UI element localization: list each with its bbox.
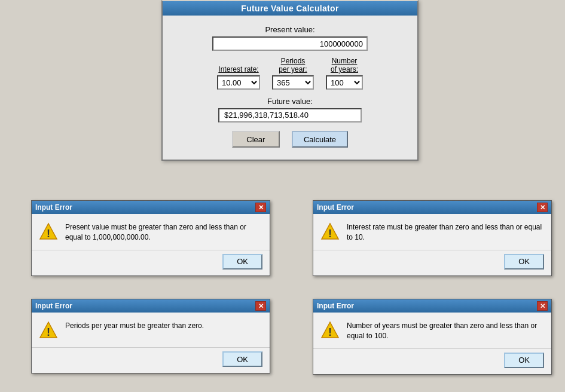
error-dialog-1-ok[interactable]: OK (222, 254, 262, 270)
future-value-display: $21,996,318,713,518.40 (218, 108, 362, 122)
warning-icon-4: ! (320, 321, 340, 340)
error-dialog-2-ok[interactable]: OK (504, 254, 544, 270)
clear-button[interactable]: Clear (232, 131, 280, 148)
future-value-section: Future value: $21,996,318,713,518.40 (177, 97, 403, 122)
rate-periods-years-row: Interest rate: 10.00 5.00 1.00 Periodspe… (177, 57, 403, 90)
error-dialog-4: Input Error ✕ ! Number of years must be … (313, 299, 552, 375)
error-dialog-1: Input Error ✕ ! Present value must be gr… (31, 200, 270, 276)
number-of-years-select[interactable]: 100 50 25 10 (326, 75, 363, 90)
periods-per-year-label: Periodsper year: (272, 57, 314, 74)
error-dialog-4-titlebar: Input Error ✕ (313, 299, 551, 313)
error-dialog-1-footer: OK (32, 250, 270, 275)
error-dialog-2-message: Interest rate must be greater than zero … (347, 222, 544, 243)
main-calculator-window: Future Value Calculator Present value: I… (161, 0, 419, 161)
number-of-years-label: Numberof years: (326, 57, 363, 74)
interest-rate-label: Interest rate: (217, 65, 260, 74)
error-dialog-3-message: Periods per year must be greater than ze… (65, 321, 262, 331)
error-dialog-2-titlebar: Input Error ✕ (313, 201, 551, 214)
svg-text:!: ! (328, 228, 332, 240)
window-title: Future Value Calculator (163, 1, 417, 16)
interest-rate-field: Interest rate: 10.00 5.00 1.00 (217, 65, 260, 90)
calculate-button[interactable]: Calculate (292, 131, 348, 148)
error-dialog-4-message: Number of years must be greater than zer… (347, 321, 544, 341)
error-dialog-2-close[interactable]: ✕ (537, 203, 548, 212)
error-dialog-4-title: Input Error (317, 302, 354, 310)
error-dialog-4-footer: OK (313, 348, 551, 374)
svg-text:!: ! (47, 228, 50, 240)
error-dialog-3-close[interactable]: ✕ (255, 301, 266, 311)
error-dialog-3-body: ! Periods per year must be greater than … (32, 313, 270, 345)
error-dialog-3-titlebar: Input Error ✕ (32, 299, 270, 313)
calculator-content: Present value: Interest rate: 10.00 5.00… (163, 16, 417, 160)
periods-per-year-select[interactable]: 365 12 4 1 (272, 75, 314, 90)
error-dialog-1-message: Present value must be greater than zero … (65, 222, 262, 243)
button-row: Clear Calculate (177, 131, 403, 148)
error-dialog-1-titlebar: Input Error ✕ (32, 201, 270, 214)
present-value-input[interactable] (212, 36, 368, 51)
future-value-label: Future value: (267, 97, 313, 106)
error-dialog-2-title: Input Error (317, 203, 354, 212)
error-dialog-3-title: Input Error (35, 302, 72, 310)
number-of-years-field: Numberof years: 100 50 25 10 (326, 57, 363, 90)
periods-per-year-field: Periodsper year: 365 12 4 1 (272, 57, 314, 90)
warning-icon-1: ! (39, 222, 58, 241)
error-dialog-2: Input Error ✕ ! Interest rate must be gr… (313, 200, 552, 276)
error-dialog-4-body: ! Number of years must be greater than z… (313, 313, 551, 346)
error-dialog-3-footer: OK (32, 347, 270, 373)
error-dialog-3-ok[interactable]: OK (222, 351, 262, 367)
error-dialog-1-close[interactable]: ✕ (255, 203, 266, 212)
warning-icon-2: ! (320, 222, 340, 241)
error-dialog-2-body: ! Interest rate must be greater than zer… (313, 214, 551, 247)
error-dialog-2-footer: OK (313, 250, 551, 275)
error-dialog-1-title: Input Error (35, 203, 72, 212)
error-dialog-1-body: ! Present value must be greater than zer… (32, 214, 270, 247)
interest-rate-select[interactable]: 10.00 5.00 1.00 (217, 75, 260, 90)
error-dialog-4-ok[interactable]: OK (504, 353, 544, 368)
warning-icon-3: ! (39, 321, 58, 340)
present-value-group: Present value: (177, 25, 403, 51)
error-dialog-4-close[interactable]: ✕ (537, 301, 548, 311)
svg-text:!: ! (328, 326, 332, 338)
error-dialog-3: Input Error ✕ ! Periods per year must be… (31, 299, 270, 373)
present-value-label: Present value: (265, 25, 314, 34)
svg-text:!: ! (47, 326, 50, 338)
